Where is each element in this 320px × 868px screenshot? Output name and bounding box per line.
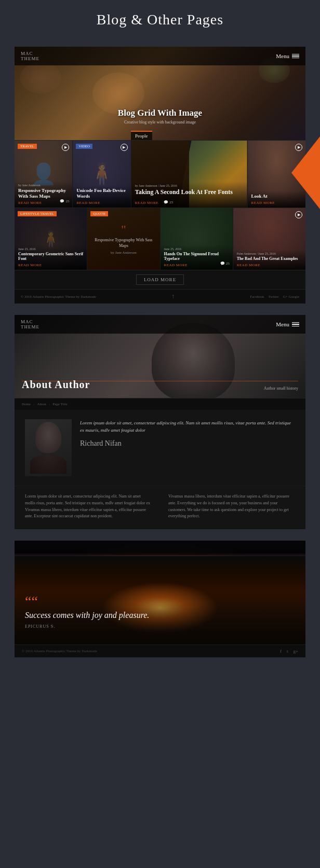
card-content-hands: June 25, 2016 Hands On The Sigmund Freud… xyxy=(161,245,233,270)
author-hero-overlay: About Author Author small history xyxy=(15,379,305,398)
card-author: by Jane Anderson xyxy=(18,184,69,187)
blog-card-2[interactable]: 🧍 Video ▶ Unicode Foo Bah-Device Words R… xyxy=(73,141,131,208)
blog-card-woman[interactable]: ▶ Palm Anderson / June 25, 2016 The Bad … xyxy=(233,208,305,270)
play-btn-woman[interactable]: ▶ xyxy=(295,211,302,218)
card-comments-hands: 💬 25 xyxy=(220,261,230,266)
blog-logo: MAC THEME xyxy=(21,51,39,61)
author-desc-row: Lorem ipsum dolor sit amet, consectetur … xyxy=(15,486,305,529)
blog-card-feature[interactable]: by Jane Anderson / June 25, 2016 Taking … xyxy=(131,141,248,208)
page-title: Blog & Other Pages xyxy=(5,11,315,28)
quote-footer-copy: © 2016 Atlantis Photographic Theme by Da… xyxy=(22,649,97,653)
author-signature: Richard Nifan xyxy=(80,439,295,448)
blog-card-1[interactable]: 👤 Travel ▶ by Jane Anderson Responsive T… xyxy=(15,141,73,208)
quote-top-strip xyxy=(15,541,305,555)
feature-read-more[interactable]: READ MORE xyxy=(135,201,159,205)
card-rm-r2-1[interactable]: READ MORE xyxy=(18,263,83,267)
author-avatar xyxy=(25,419,72,476)
card-author-hands: June 25, 2016 xyxy=(164,247,229,251)
footer-copyright: © 2016 Atlantis Photographic Theme by Da… xyxy=(21,295,96,299)
author-desc-right: Vivamus massa libero, interdum vitae eff… xyxy=(160,493,295,520)
card-tag-r2-1: Lifestyle Travel xyxy=(18,211,57,216)
author-breadcrumb: Home › About › Page Title xyxy=(15,398,305,410)
author-history-link[interactable]: Author small history xyxy=(264,386,298,391)
quote-footer-social: f t g+ xyxy=(280,649,298,654)
up-arrow-icon[interactable]: ↑ xyxy=(171,293,175,300)
feature-title: Taking A Second Look At Free Fonts xyxy=(135,188,244,197)
hamburger-icon xyxy=(292,54,299,59)
card-title-2: Unicode Foo Bah-Device Words xyxy=(76,188,127,199)
author-bio-text: Lorem ipsum dolor sit amet, consectetur … xyxy=(80,419,295,434)
quote-text: Success comes with joy and pleasure. xyxy=(25,610,295,621)
author-desc-left: Lorem ipsum dolor sit amet, consectetur … xyxy=(25,493,160,520)
feature-author: by Jane Anderson / June 25, 2016 xyxy=(135,184,244,187)
card-comments: 💬 25 xyxy=(60,199,69,203)
author-heading: About Author xyxy=(22,379,90,391)
author-nav: MAC THEME Menu xyxy=(15,315,305,334)
people-label: People xyxy=(131,131,152,140)
quote-icon: " xyxy=(121,223,126,236)
quote-mark: ““ xyxy=(25,596,295,607)
quote-card-author: by Jane Anderson xyxy=(111,251,137,255)
card-read-more-2[interactable]: READ MORE xyxy=(76,201,127,205)
author-logo: MAC THEME xyxy=(21,319,39,329)
section-blog-grid: MAC THEME Menu Blog Grid With Image Crea… xyxy=(0,47,320,304)
footer-social: Facebook Twitter G+ Google xyxy=(250,295,299,299)
orange-triangle-1 xyxy=(291,136,320,209)
card-tag-2: Video xyxy=(76,144,92,149)
blog-menu[interactable]: Menu xyxy=(276,53,299,59)
quote-site-footer: © 2016 Atlantis Photographic Theme by Da… xyxy=(15,644,305,657)
page-header: Blog & Other Pages xyxy=(0,0,320,37)
card-title: Responsive Typography With Sass Maps xyxy=(18,188,69,199)
card-rm-hands[interactable]: READ MORE xyxy=(164,263,229,267)
quote-card-title: Responsive Typography With Sass Maps xyxy=(92,238,154,249)
feature-comments: 💬 25 xyxy=(164,200,173,204)
author-desc-text-right: Vivamus massa libero, interdum vitae eff… xyxy=(168,493,295,520)
blog-card-r2-1[interactable]: 🧍 Lifestyle Travel June 25, 2016 Contemp… xyxy=(15,208,87,270)
section-about-author: MAC THEME Menu About Author Author small… xyxy=(0,315,320,529)
card-title-woman: The Bad And The Great Examples xyxy=(237,256,302,261)
card-author-r2-1: June 25, 2016 xyxy=(18,247,83,251)
author-desc-text-left: Lorem ipsum dolor sit amet, consectetur … xyxy=(25,493,152,520)
card-title-hands: Hands On The Sigmund Freud Typeface xyxy=(164,252,229,261)
feature-card-content: by Jane Anderson / June 25, 2016 Taking … xyxy=(131,182,247,208)
blog-card-hands[interactable]: June 25, 2016 Hands On The Sigmund Freud… xyxy=(161,208,233,270)
card-tag: Travel xyxy=(18,144,37,149)
quote-section-container: ““ Success comes with joy and pleasure. … xyxy=(15,541,305,657)
author-profile: Lorem ipsum dolor sit amet, consectetur … xyxy=(15,410,305,486)
play-button-2[interactable]: ▶ xyxy=(121,144,128,151)
card-author-woman: Palm Anderson / June 25, 2016 xyxy=(237,252,302,255)
author-bio: Lorem ipsum dolor sit amet, consectetur … xyxy=(80,419,295,476)
quote-content: ““ Success comes with joy and pleasure. … xyxy=(25,596,295,629)
blog-cards-row-1: 👤 Travel ▶ by Jane Anderson Responsive T… xyxy=(15,140,305,208)
section-quote: ““ Success comes with joy and pleasure. … xyxy=(0,541,320,657)
social-twitter-icon[interactable]: t xyxy=(287,649,288,654)
blog-load-more-area: Load more xyxy=(15,270,305,289)
hero-subtitle: Creative blog style with background imag… xyxy=(118,120,202,125)
card-content: by Jane Anderson Responsive Typography W… xyxy=(15,181,72,208)
bottom-spacer xyxy=(0,657,320,673)
hamburger-icon-2 xyxy=(292,322,299,327)
blog-cards-row-2: 🧍 Lifestyle Travel June 25, 2016 Contemp… xyxy=(15,208,305,270)
card-content-woman: Palm Anderson / June 25, 2016 The Bad An… xyxy=(233,250,305,270)
blog-site-footer: © 2016 Atlantis Photographic Theme by Da… xyxy=(15,289,305,304)
author-section-container: MAC THEME Menu About Author Author small… xyxy=(15,315,305,529)
quote-attribution: Epicurus S. xyxy=(25,624,295,629)
quote-hero: ““ Success comes with joy and pleasure. … xyxy=(15,541,305,644)
card-title-r2-1: Contemporary Geometric Sans Serif Font xyxy=(18,252,83,261)
hero-title: Blog Grid With Image xyxy=(118,108,202,118)
load-more-button[interactable]: Load more xyxy=(136,274,184,285)
card-content-2: Unicode Foo Bah-Device Words READ MORE xyxy=(73,185,130,208)
author-menu[interactable]: Menu xyxy=(276,321,299,327)
blog-grid-container: MAC THEME Menu Blog Grid With Image Crea… xyxy=(15,47,305,304)
blog-card-quote[interactable]: Quote " Responsive Typography With Sass … xyxy=(87,208,160,270)
social-gplus-icon[interactable]: g+ xyxy=(293,649,298,654)
social-facebook-icon[interactable]: f xyxy=(280,649,282,654)
quote-card-content: " Responsive Typography With Sass Maps b… xyxy=(87,208,159,270)
card-content-r2-1: June 25, 2016 Contemporary Geometric San… xyxy=(15,245,87,270)
hero-overlay: Blog Grid With Image Creative blog style… xyxy=(118,108,202,125)
blog-nav: MAC THEME Menu xyxy=(15,47,305,65)
card-rm-woman[interactable]: READ MORE xyxy=(237,263,302,267)
